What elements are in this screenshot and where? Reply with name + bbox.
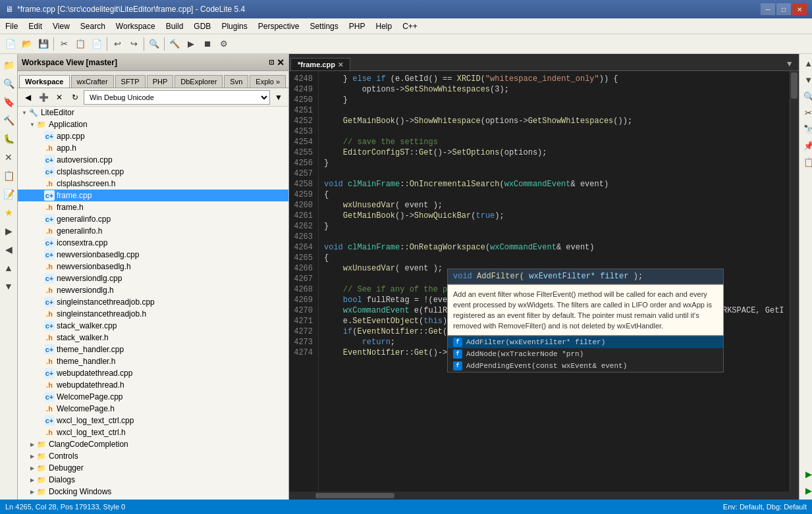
tree-file-autoversion[interactable]: c+autoversion.cpp <box>18 154 288 166</box>
sidebar-icon-build[interactable]: 🔨 <box>0 112 17 129</box>
tree-file-generalinfo-cpp[interactable]: c+generalinfo.cpp <box>18 213 288 225</box>
close-button[interactable]: ✕ <box>792 3 807 15</box>
stop-button[interactable]: ⏹ <box>200 36 215 52</box>
menu-item-help[interactable]: Help <box>370 18 397 34</box>
tree-file-singleinstancethreadjob-cpp[interactable]: c+singleinstancethreadjob.cpp <box>18 296 288 308</box>
build-button[interactable]: 🔨 <box>167 36 182 52</box>
tree-file-app-cpp[interactable]: c+app.cpp <box>18 130 288 142</box>
menu-item-plugins[interactable]: Plugins <box>216 18 252 34</box>
tab-explo[interactable]: Explo » <box>250 75 286 88</box>
search-button[interactable]: 🔍 <box>146 36 162 52</box>
settings-button[interactable]: ⚙ <box>216 36 232 52</box>
menu-item-settings[interactable]: Settings <box>304 18 343 34</box>
tree-file-welcomepage-cpp[interactable]: c+WelcomePage.cpp <box>18 391 288 403</box>
tab-svn[interactable]: Svn <box>224 75 248 88</box>
sidebar-icon-debug[interactable]: 🐛 <box>0 130 17 147</box>
tree-folder-clang[interactable]: ▶📁ClangCodeCompletion <box>18 438 288 450</box>
open-file-button[interactable]: 📂 <box>19 36 35 52</box>
tree-file-stack-walker-cpp[interactable]: c+stack_walker.cpp <box>18 320 288 332</box>
tree-folder-controls[interactable]: ▶📁Controls <box>18 450 288 462</box>
editor-tab-close[interactable]: ✕ <box>338 61 343 68</box>
tree-file-stack-walker-h[interactable]: .hstack_walker.h <box>18 332 288 344</box>
tree-folder-debugger[interactable]: ▶📁Debugger <box>18 462 288 474</box>
right-icon-binoculars[interactable]: 🔭 <box>801 121 812 137</box>
tab-php[interactable]: PHP <box>147 75 174 88</box>
right-icon-replace[interactable]: ✂ <box>801 105 812 120</box>
right-icon-down[interactable]: ▼ <box>801 72 812 88</box>
sidebar-icon-close[interactable]: ✕ <box>0 149 17 166</box>
tree-file-webupdatethread-h[interactable]: .hwebupdatethread.h <box>18 379 288 391</box>
new-file-button[interactable]: 📄 <box>3 36 18 52</box>
tree-file-clsplashscreen-h[interactable]: .hclsplashscreen.h <box>18 178 288 190</box>
cut-button[interactable]: ✂ <box>56 36 72 52</box>
sidebar-icon-down[interactable]: ▼ <box>0 278 17 295</box>
tree-file-welcomepage-h[interactable]: .hWelcomePage.h <box>18 403 288 415</box>
tree-file-newversiondlg-h[interactable]: .hnewversiondlg.h <box>18 284 288 296</box>
config-dropdown[interactable]: Win Debug Unicode Win Release Unicode <box>84 90 270 105</box>
editor-hscrollbar[interactable] <box>289 492 799 500</box>
tree-file-generalinfo-h[interactable]: .hgeneralinfo.h <box>18 225 288 237</box>
ws-tool-delete[interactable]: ✕ <box>52 90 67 105</box>
ws-tool-refresh[interactable]: ↻ <box>68 90 82 105</box>
menu-item-c++[interactable]: C++ <box>397 18 423 34</box>
ac-item-2[interactable]: f AddNode(wxTrackerNode *prn) <box>448 348 723 360</box>
tree-file-clsplashscreen-cpp[interactable]: c+clsplashscreen.cpp <box>18 166 288 178</box>
tree-folder-dialogs[interactable]: ▶📁Dialogs <box>18 474 288 486</box>
paste-button[interactable]: 📄 <box>89 36 105 52</box>
sidebar-icon-forward[interactable]: ▶ <box>0 222 17 240</box>
menu-item-file[interactable]: File <box>0 18 23 34</box>
tree-file-newversionbasedlg-h[interactable]: .hnewversionbasedlg.h <box>18 261 288 272</box>
sidebar-icon-output[interactable]: 📋 <box>0 167 17 184</box>
sidebar-icon-back[interactable]: ◀ <box>0 241 17 258</box>
right-icon-search[interactable]: 🔍 <box>801 88 812 104</box>
sidebar-icon-up[interactable]: ▲ <box>0 259 17 276</box>
tree-file-theme-handler-cpp[interactable]: c+theme_handler.cpp <box>18 344 288 355</box>
editor-tab-scroll-arrow[interactable]: ▼ <box>782 57 798 70</box>
tab-sftp[interactable]: SFTP <box>115 75 146 88</box>
tab-workspace[interactable]: Workspace <box>19 75 70 88</box>
ac-item-3[interactable]: f AddPendingEvent(const wxEvent& event) <box>448 360 723 372</box>
copy-button[interactable]: 📋 <box>72 36 88 52</box>
undo-button[interactable]: ↩ <box>109 36 125 52</box>
editor-tab-frame-cpp[interactable]: *frame.cpp ✕ <box>290 58 350 70</box>
redo-button[interactable]: ↪ <box>126 36 142 52</box>
workspace-close-button[interactable]: ✕ <box>277 57 284 68</box>
tree-file-theme-handler-h[interactable]: .htheme_handler.h <box>18 355 288 367</box>
tree-file-newversionbasedlg-cpp[interactable]: c+newversionbasedlg.cpp <box>18 249 288 261</box>
menu-item-edit[interactable]: Edit <box>23 18 47 34</box>
menu-item-build[interactable]: Build <box>161 18 189 34</box>
tree-project-root[interactable]: ▼ 🔧 LiteEditor <box>18 107 288 118</box>
tree-folder-docking[interactable]: ▶📁Docking Windows <box>18 486 288 498</box>
tree-file-newversiondlg-cpp[interactable]: c+newversiondlg.cpp <box>18 272 288 284</box>
tree-file-frame-h[interactable]: .hframe.h <box>18 201 288 213</box>
sidebar-icon-bookmark[interactable]: 🔖 <box>0 93 17 111</box>
sidebar-icon-tasks[interactable]: 📝 <box>0 186 17 203</box>
sidebar-icon-star[interactable]: ★ <box>0 204 17 221</box>
workspace-float-button[interactable]: ⊡ <box>269 59 274 66</box>
tab-dbexplorer[interactable]: DbExplorer <box>175 75 223 88</box>
menu-item-view[interactable]: View <box>47 18 75 34</box>
save-button[interactable]: 💾 <box>36 36 51 52</box>
tree-file-wxcl-log-cpp[interactable]: c+wxcl_log_text_ctrl.cpp <box>18 415 288 426</box>
right-icon-pin[interactable]: 📌 <box>801 138 812 153</box>
ws-tool-back[interactable]: ◀ <box>20 90 35 105</box>
hscrollbar-thumb[interactable] <box>315 493 394 498</box>
right-icon-copy[interactable]: 📋 <box>801 154 812 170</box>
scrollbar-thumb[interactable] <box>791 72 798 99</box>
tree-file-frame-cpp[interactable]: c+frame.cpp <box>18 190 288 201</box>
tree-file-wxcl-log-h[interactable]: .hwxcl_log_text_ctrl.h <box>18 426 288 438</box>
tab-wxcrafter[interactable]: wxCrafter <box>71 75 114 88</box>
maximize-button[interactable]: □ <box>776 3 791 15</box>
ws-tool-add[interactable]: ➕ <box>36 90 51 105</box>
ws-tool-dropdown[interactable]: ▼ <box>271 90 286 105</box>
sidebar-icon-search[interactable]: 🔍 <box>0 75 17 92</box>
right-icon-run[interactable]: ▶ <box>801 466 812 482</box>
ac-item-1[interactable]: f AddFilter(wxEventFilter* filter) <box>448 336 723 348</box>
menu-item-search[interactable]: Search <box>75 18 111 34</box>
tree-file-iconsextra[interactable]: c+iconsextra.cpp <box>18 237 288 249</box>
tree-folder-application[interactable]: ▼ 📁 Application <box>18 118 288 130</box>
tree-file-app-h[interactable]: .happ.h <box>18 142 288 154</box>
menu-item-workspace[interactable]: Workspace <box>111 18 161 34</box>
sidebar-icon-workspace[interactable]: 📁 <box>0 57 17 74</box>
right-icon-run2[interactable]: ▶ <box>801 482 812 498</box>
